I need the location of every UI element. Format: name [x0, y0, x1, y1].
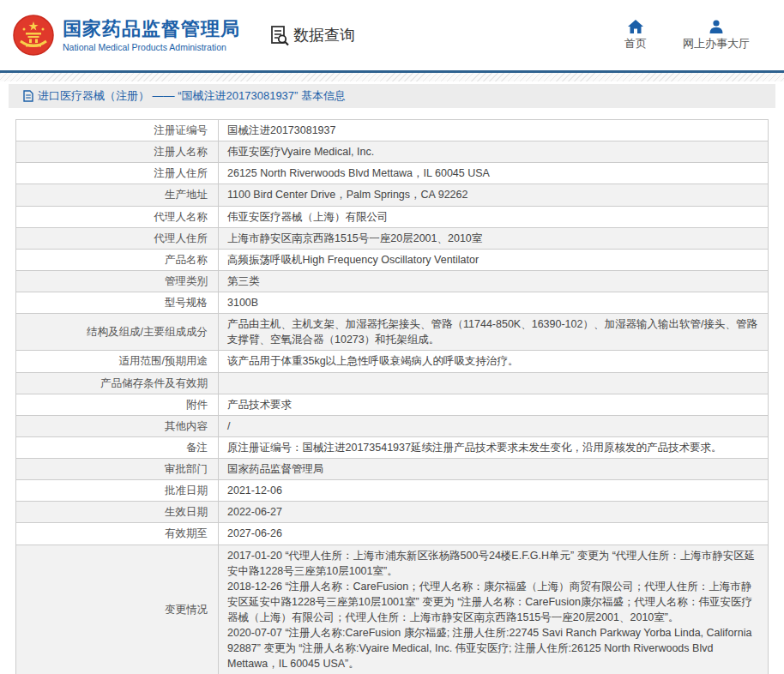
row-label: 其他内容: [16, 416, 219, 436]
site-title-cn: 国家药品监督管理局: [63, 18, 240, 40]
table-row-change-history: 变更情况 2017-01-20 “代理人住所：上海市浦东新区张杨路500号24楼…: [16, 545, 768, 674]
row-label: 产品储存条件及有效期: [16, 373, 219, 394]
change-entry: 2020-07-07 “注册人名称:CareFusion 康尔福盛; 注册人住所…: [227, 625, 759, 671]
table-row-registrant-name: 注册人名称 伟亚安医疗Vyaire Medical, Inc.: [16, 141, 768, 163]
row-value: [219, 373, 768, 394]
row-value: 3100B: [219, 292, 768, 313]
row-label: 审批部门: [16, 459, 219, 479]
site-title-en: National Medical Products Administration: [63, 42, 240, 52]
table-row-management-class: 管理类别 第三类: [16, 271, 768, 292]
row-label: 结构及组成/主要组成成分: [16, 314, 219, 350]
row-label: 生产地址: [16, 184, 219, 205]
table-row-effective-date: 生效日期 2022-06-27: [16, 502, 768, 523]
row-label: 代理人名称: [16, 207, 219, 227]
hatched-strip: [0, 73, 784, 81]
row-label: 附件: [16, 394, 219, 415]
document-icon: [23, 90, 33, 102]
nav-home[interactable]: 首页: [624, 20, 647, 51]
main-content: 注册证编号 国械注进20173081937 注册人名称 伟亚安医疗Vyaire …: [15, 119, 769, 674]
page-header: 国家药品监督管理局 National Medical Products Admi…: [0, 0, 784, 70]
row-value: 1100 Bird Center Drive，Palm Springs，CA 9…: [219, 184, 768, 205]
nmpa-emblem-logo: [13, 15, 54, 56]
row-value: 原注册证编号：国械注进20173541937延续注册产品技术要求未发生变化，沿用…: [219, 437, 768, 458]
table-row-approval-department: 审批部门 国家药品监督管理局: [16, 459, 768, 480]
table-row-reg-number: 注册证编号 国械注进20173081937: [16, 120, 768, 141]
row-value: 产品技术要求: [219, 394, 768, 415]
table-row-registrant-address: 注册人住所 26125 North Riverwoods Blvd Mettaw…: [16, 163, 768, 184]
data-query-label: 数据查询: [293, 25, 355, 45]
row-label: 生效日期: [16, 502, 219, 522]
row-label: 型号规格: [16, 292, 219, 313]
row-value: 伟亚安医疗器械（上海）有限公司: [219, 207, 768, 227]
row-value: 26125 North Riverwoods Blvd Mettawa，IL 6…: [219, 163, 768, 184]
row-label: 代理人住所: [16, 228, 219, 249]
row-value: 国械注进20173081937: [219, 120, 768, 141]
header-nav: 首页 网上办事大厅: [624, 20, 750, 51]
row-value: 产品由主机、主机支架、加湿器托架接头、管路（11744-850K、16390-1…: [219, 314, 768, 350]
table-row-agent-address: 代理人住所 上海市静安区南京西路1515号一座20层2001、2010室: [16, 228, 768, 250]
row-value: 高频振荡呼吸机High Frequency Oscillatory Ventil…: [219, 250, 768, 270]
row-label: 备注: [16, 437, 219, 458]
row-value: 2022-06-27: [219, 502, 768, 522]
table-row-production-address: 生产地址 1100 Bird Center Drive，Palm Springs…: [16, 184, 768, 206]
table-row-remarks: 备注 原注册证编号：国械注进20173541937延续注册产品技术要求未发生变化…: [16, 437, 768, 459]
row-label: 变更情况: [16, 545, 219, 674]
row-label: 管理类别: [16, 271, 219, 292]
row-label: 注册人住所: [16, 163, 219, 184]
row-label: 适用范围/预期用途: [16, 351, 219, 371]
row-label: 批准日期: [16, 480, 219, 501]
site-title-block: 国家药品监督管理局 National Medical Products Admi…: [63, 18, 240, 52]
row-label: 有效期至: [16, 523, 219, 544]
breadcrumb-text: 进口医疗器械（注册） —— “国械注进20173081937” 基本信息: [38, 88, 346, 104]
data-query-nav[interactable]: 数据查询: [268, 24, 355, 46]
home-icon: [628, 20, 643, 33]
row-value: 2017-01-20 “代理人住所：上海市浦东新区张杨路500号24楼E.F.G…: [219, 545, 768, 674]
user-icon: [709, 20, 724, 33]
row-value: 第三类: [219, 271, 768, 292]
change-entry: 2017-01-20 “代理人住所：上海市浦东新区张杨路500号24楼E.F.G…: [227, 548, 759, 579]
row-label: 产品名称: [16, 250, 219, 270]
table-row-attachment: 附件 产品技术要求: [16, 394, 768, 416]
row-value: /: [219, 416, 768, 436]
table-row-agent-name: 代理人名称 伟亚安医疗器械（上海）有限公司: [16, 207, 768, 228]
table-row-approval-date: 批准日期 2021-12-06: [16, 480, 768, 502]
row-value: 该产品用于体重35kg以上急性呼吸衰竭病人的呼吸支持治疗。: [219, 351, 768, 371]
table-row-intended-use: 适用范围/预期用途 该产品用于体重35kg以上急性呼吸衰竭病人的呼吸支持治疗。: [16, 351, 768, 372]
table-row-product-name: 产品名称 高频振荡呼吸机High Frequency Oscillatory V…: [16, 250, 768, 271]
table-row-composition: 结构及组成/主要组成成分 产品由主机、主机支架、加湿器托架接头、管路（11744…: [16, 314, 768, 351]
table-row-storage-conditions: 产品储存条件及有效期: [16, 373, 768, 394]
breadcrumb: 进口医疗器械（注册） —— “国械注进20173081937” 基本信息: [9, 84, 775, 108]
change-entry: 2018-12-26 “注册人名称：CareFusion；代理人名称：康尔福盛（…: [227, 579, 759, 625]
table-row-expiry-date: 有效期至 2027-06-26: [16, 523, 768, 545]
data-query-icon: [268, 24, 290, 46]
row-value: 2021-12-06: [219, 480, 768, 501]
nav-online-hall[interactable]: 网上办事大厅: [683, 20, 750, 51]
nav-online-hall-label: 网上办事大厅: [683, 36, 750, 51]
nav-home-label: 首页: [624, 36, 647, 51]
row-value: 国家药品监督管理局: [219, 459, 768, 479]
table-row-model-spec: 型号规格 3100B: [16, 292, 768, 314]
registration-info-table: 注册证编号 国械注进20173081937 注册人名称 伟亚安医疗Vyaire …: [15, 119, 769, 674]
row-value: 上海市静安区南京西路1515号一座20层2001、2010室: [219, 228, 768, 249]
row-value: 伟亚安医疗Vyaire Medical, Inc.: [219, 141, 768, 162]
row-value: 2027-06-26: [219, 523, 768, 544]
table-row-other-content: 其他内容 /: [16, 416, 768, 437]
row-label: 注册证编号: [16, 120, 219, 141]
row-label: 注册人名称: [16, 141, 219, 162]
